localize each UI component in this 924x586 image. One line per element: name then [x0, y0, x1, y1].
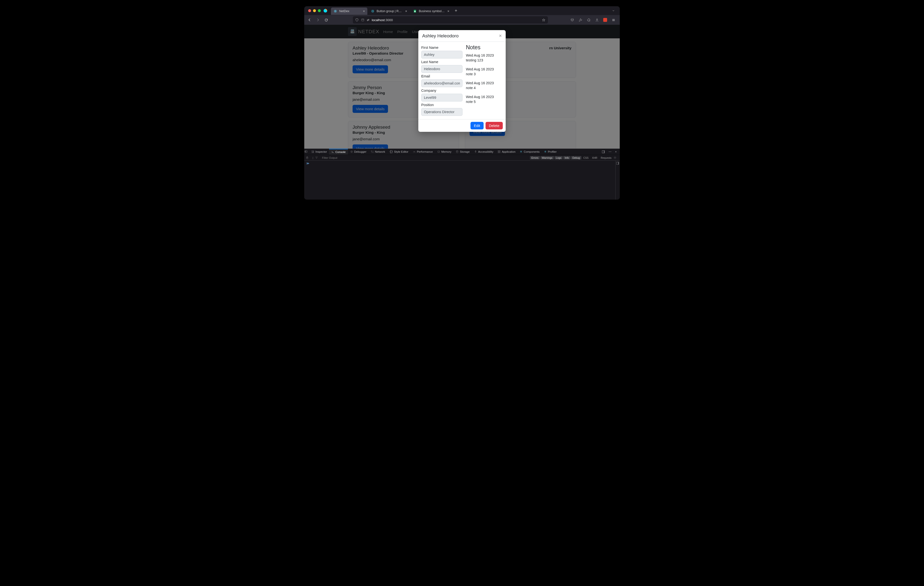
label-email: Email: [421, 74, 462, 78]
chip-info[interactable]: Info: [563, 156, 571, 159]
back-button[interactable]: [306, 17, 313, 23]
forward-button[interactable]: [315, 17, 321, 23]
bookmark-star-icon[interactable]: [542, 18, 546, 22]
last-name-field[interactable]: [421, 65, 462, 73]
svg-rect-28: [498, 152, 499, 153]
app-menu-icon[interactable]: [610, 17, 617, 23]
extension-badge[interactable]: [602, 17, 609, 23]
devtools-tabs: Inspector Console Debugger Network {}Sty…: [304, 149, 620, 155]
note-text: note 5: [466, 100, 475, 104]
svg-rect-26: [498, 151, 499, 152]
tab-title: NetDex: [339, 10, 361, 13]
label-position: Position: [421, 103, 462, 107]
note-text: note 3: [466, 72, 475, 76]
tab-google-sheets[interactable]: Business symbols and icons in G ×: [411, 8, 452, 15]
notes-column: Notes Wed Aug 16 2023 testing 123 Wed Au…: [465, 44, 503, 116]
devtools-tab-debugger[interactable]: Debugger: [348, 149, 369, 155]
toolbar-right: [569, 17, 618, 23]
new-tab-button[interactable]: +: [452, 8, 460, 13]
devtools-tab-console[interactable]: Console: [329, 149, 348, 155]
devtools-close-icon[interactable]: ×: [614, 150, 618, 153]
chip-logs[interactable]: Logs: [554, 156, 563, 159]
console-side-toggle[interactable]: [615, 161, 620, 200]
account-icon[interactable]: [594, 17, 600, 23]
chip-css[interactable]: CSS: [582, 156, 590, 159]
extensions-icon[interactable]: [585, 17, 592, 23]
company-field[interactable]: [421, 94, 462, 101]
devtools-more-icon[interactable]: ⋯: [607, 150, 612, 154]
svg-point-24: [456, 151, 458, 151]
console-prompt[interactable]: ≫: [304, 161, 615, 166]
devtools-tab-performance[interactable]: Performance: [411, 149, 435, 155]
address-bar[interactable]: ⇄ localhost:3000: [353, 16, 548, 23]
chip-errors[interactable]: Errors: [530, 156, 540, 159]
devtools-tab-components[interactable]: ⚛Components: [518, 149, 541, 155]
close-window-button[interactable]: [308, 9, 311, 12]
chip-requests[interactable]: Requests: [599, 156, 613, 159]
devtools-tab-application[interactable]: Application: [495, 149, 518, 155]
note-date: Wed Aug 16 2023: [466, 67, 503, 72]
tab-strip: NetDex × Button group | React Bootstrap …: [304, 6, 620, 15]
devtools-iframe-picker-icon[interactable]: [304, 150, 309, 154]
modal-header: Ashley Heleodoro ×: [418, 30, 506, 42]
pocket-icon[interactable]: [569, 17, 576, 23]
firefox-icon: [323, 8, 330, 13]
svg-rect-12: [361, 19, 364, 21]
note-text: testing 123: [466, 58, 483, 62]
svg-point-5: [371, 10, 374, 12]
filter-output-input[interactable]: [322, 156, 361, 159]
position-field[interactable]: [421, 108, 462, 116]
svg-line-22: [414, 152, 415, 152]
devtools-tab-network[interactable]: Network: [369, 149, 387, 155]
window-controls: [306, 9, 323, 12]
react-bootstrap-icon: [371, 9, 375, 13]
chip-debug[interactable]: Debug: [571, 156, 581, 159]
first-name-field[interactable]: [421, 51, 462, 58]
devtools-tab-memory[interactable]: Memory: [435, 149, 454, 155]
reload-button[interactable]: [323, 17, 330, 23]
maximize-window-button[interactable]: [318, 9, 321, 12]
svg-point-1: [335, 11, 336, 11]
page-viewport: 📇 NETDEX Home Profile User Actions Ashle…: [304, 25, 620, 149]
svg-point-21: [351, 151, 352, 152]
delete-button[interactable]: Delete: [485, 122, 503, 129]
console-settings-icon[interactable]: [614, 156, 618, 159]
svg-rect-19: [305, 151, 306, 152]
tab-title: Button group | React Bootstrap: [376, 10, 403, 13]
edit-button[interactable]: Edit: [470, 122, 483, 129]
devtools-tab-storage[interactable]: Storage: [454, 149, 472, 155]
note-date: Wed Aug 16 2023: [466, 53, 503, 58]
devtools-tab-inspector[interactable]: Inspector: [309, 149, 329, 155]
svg-rect-35: [618, 162, 619, 165]
devtools-icon[interactable]: [577, 17, 584, 23]
modal-title: Ashley Heleodoro: [422, 33, 459, 39]
devtools-panel: Inspector Console Debugger Network {}Sty…: [304, 149, 620, 200]
note-date: Wed Aug 16 2023: [466, 81, 503, 86]
console-output[interactable]: ≫: [304, 161, 620, 200]
devtools-tab-profiler[interactable]: ⚛Profiler: [542, 149, 559, 155]
contact-modal: Ashley Heleodoro × First Name Last Name …: [418, 30, 506, 132]
close-tab-icon[interactable]: ×: [363, 9, 365, 13]
minimize-window-button[interactable]: [313, 9, 316, 12]
chip-warnings[interactable]: Warnings: [540, 156, 554, 159]
close-icon[interactable]: ×: [499, 33, 502, 39]
devtools-tab-accessibility[interactable]: Accessibility: [472, 149, 496, 155]
chip-xhr[interactable]: XHR: [591, 156, 599, 159]
email-field[interactable]: [421, 79, 462, 87]
tab-react-bootstrap[interactable]: Button group | React Bootstrap ×: [368, 8, 409, 15]
note-item: Wed Aug 16 2023 note 3: [466, 67, 503, 76]
close-tab-icon[interactable]: ×: [447, 9, 449, 13]
devtools-tab-style-editor[interactable]: {}Style Editor: [387, 149, 411, 155]
tab-title: Business symbols and icons in G: [419, 10, 446, 13]
close-tab-icon[interactable]: ×: [405, 9, 407, 13]
shield-icon[interactable]: [355, 18, 359, 22]
list-tabs-button[interactable]: [609, 9, 618, 12]
tab-netdex[interactable]: NetDex ×: [331, 8, 367, 15]
devtools-dock-icon[interactable]: [602, 150, 607, 154]
clear-console-icon[interactable]: [306, 156, 310, 159]
note-item: Wed Aug 16 2023 testing 123: [466, 53, 503, 63]
permissions-icon[interactable]: [361, 18, 365, 22]
react-icon: [333, 9, 337, 13]
label-first-name: First Name: [421, 46, 462, 50]
connection-icon[interactable]: ⇄: [367, 18, 369, 22]
